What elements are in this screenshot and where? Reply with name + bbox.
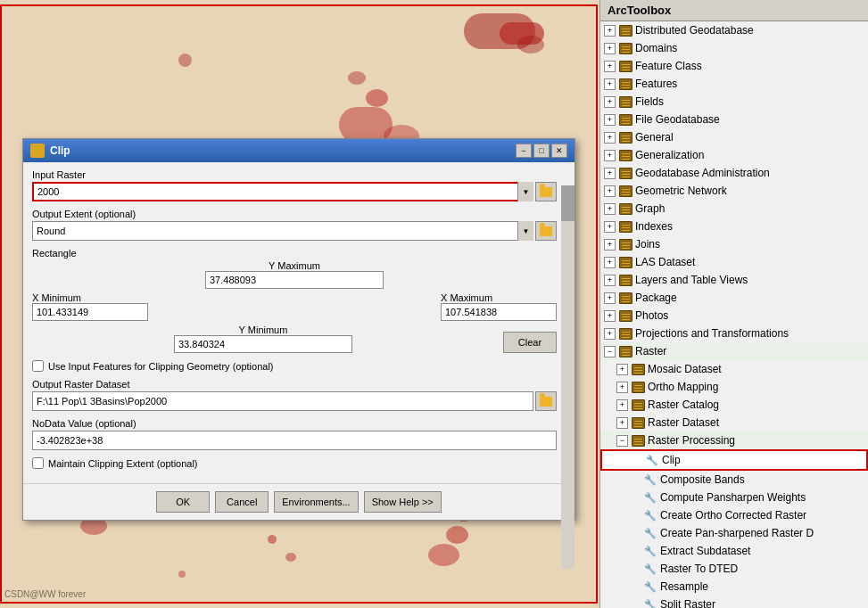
tree-item-composite-bands[interactable]: 🔧Composite Bands	[600, 471, 868, 489]
x-min-section: X Minimum	[32, 292, 148, 321]
expander-raster-catalog[interactable]: +	[616, 399, 628, 411]
tree-item-clip[interactable]: 🔧Clip	[600, 449, 868, 471]
expander-geodatabase-administration[interactable]: +	[604, 168, 616, 179]
icon-geodatabase-administration	[618, 166, 632, 180]
maintain-clipping-checkbox[interactable]	[32, 457, 44, 469]
label-resample: Resample	[660, 580, 708, 593]
y-min-input[interactable]	[174, 335, 352, 353]
expander-ortho-mapping[interactable]: +	[616, 382, 628, 393]
environments-button[interactable]: Environments...	[274, 491, 358, 513]
tree-item-generalization[interactable]: +Generalization	[600, 146, 868, 164]
clear-button[interactable]: Clear	[503, 332, 557, 353]
label-raster-catalog: Raster Catalog	[648, 398, 719, 411]
tree-item-resample[interactable]: 🔧Resample	[600, 578, 868, 596]
show-help-button[interactable]: Show Help >>	[364, 491, 442, 513]
tree-item-raster[interactable]: −Raster	[600, 342, 868, 360]
expander-layers-and-table-views[interactable]: +	[604, 275, 616, 286]
output-extent-input[interactable]	[32, 221, 533, 241]
expander-general[interactable]: +	[604, 132, 616, 144]
expander-indexes[interactable]: +	[604, 221, 616, 233]
expander-file-geodatabase[interactable]: +	[604, 114, 616, 126]
tree-item-joins[interactable]: +Joins	[600, 235, 868, 253]
cancel-button[interactable]: Cancel	[215, 491, 269, 513]
tree-item-projections-and-transformations[interactable]: +Projections and Transformations	[600, 325, 868, 342]
output-extent-combo-wrapper: ▼	[32, 221, 533, 241]
expander-projections-and-transformations[interactable]: +	[604, 328, 616, 340]
expander-photos[interactable]: +	[604, 310, 616, 322]
output-extent-dropdown-arrow[interactable]: ▼	[517, 221, 533, 241]
tree-item-extract-subdataset[interactable]: 🔧Extract Subdataset	[600, 542, 868, 560]
tree-item-general[interactable]: +General	[600, 128, 868, 146]
icon-domains	[618, 41, 632, 55]
label-composite-bands: Composite Bands	[660, 473, 745, 486]
x-max-input[interactable]	[441, 303, 557, 321]
tree-item-raster-processing[interactable]: −Raster Processing	[600, 431, 868, 449]
output-extent-group: Output Extent (optional) ▼	[32, 209, 557, 241]
expander-package[interactable]: +	[604, 292, 616, 304]
tree-item-indexes[interactable]: +Indexes	[600, 218, 868, 235]
tree-item-feature-class[interactable]: +Feature Class	[600, 57, 868, 75]
dialog-restore-button[interactable]: □	[533, 144, 550, 158]
tree-item-compute-pansharpen-weights[interactable]: 🔧Compute Pansharpen Weights	[600, 489, 868, 506]
use-input-features-row: Use Input Features for Clipping Geometry…	[32, 360, 557, 372]
dialog-scrollbar-thumb[interactable]	[561, 185, 575, 221]
expander-las-dataset[interactable]: +	[604, 257, 616, 268]
tree-item-raster-catalog[interactable]: +Raster Catalog	[600, 396, 868, 414]
tree-item-raster-dataset[interactable]: +Raster Dataset	[600, 414, 868, 431]
dialog-close-button[interactable]: ✕	[551, 144, 567, 158]
expander-raster-dataset[interactable]: +	[616, 417, 628, 429]
output-raster-folder-button[interactable]	[535, 391, 557, 411]
expander-fields[interactable]: +	[604, 96, 616, 108]
label-projections-and-transformations: Projections and Transformations	[635, 327, 789, 340]
output-raster-input[interactable]	[32, 391, 533, 411]
expander-raster-processing[interactable]: −	[616, 435, 628, 447]
expander-domains[interactable]: +	[604, 43, 616, 54]
input-raster-dropdown-arrow[interactable]: ▼	[517, 182, 533, 201]
use-input-features-checkbox[interactable]	[32, 360, 44, 372]
label-extract-subdataset: Extract Subdataset	[660, 545, 750, 557]
dialog-title-left: Clip	[30, 144, 70, 158]
tree-item-raster-to-dted[interactable]: 🔧Raster To DTED	[600, 560, 868, 578]
expander-feature-class[interactable]: +	[604, 61, 616, 72]
icon-raster-dataset	[631, 415, 645, 430]
ok-button[interactable]: OK	[156, 491, 210, 513]
y-max-input[interactable]	[205, 271, 384, 289]
dialog-scrollbar-track[interactable]	[561, 185, 575, 569]
tree-item-geodatabase-administration[interactable]: +Geodatabase Administration	[600, 164, 868, 182]
input-raster-input[interactable]	[32, 182, 533, 201]
tree-item-fields[interactable]: +Fields	[600, 93, 868, 111]
tree-item-graph[interactable]: +Graph	[600, 200, 868, 218]
tree-item-las-dataset[interactable]: +LAS Dataset	[600, 253, 868, 271]
expander-generalization[interactable]: +	[604, 150, 616, 161]
tree-item-ortho-mapping[interactable]: +Ortho Mapping	[600, 378, 868, 396]
nodata-input[interactable]	[32, 431, 557, 450]
icon-package	[618, 291, 632, 305]
tree-item-distributed-geodatabase[interactable]: +Distributed Geodatabase	[600, 21, 868, 39]
tree-item-create-ortho-corrected-raster[interactable]: 🔧Create Ortho Corrected Raster	[600, 506, 868, 524]
output-extent-folder-button[interactable]	[535, 221, 557, 241]
tree-item-domains[interactable]: +Domains	[600, 39, 868, 57]
expander-distributed-geodatabase[interactable]: +	[604, 25, 616, 37]
tree-item-features[interactable]: +Features	[600, 75, 868, 93]
tree-item-split-raster[interactable]: 🔧Split Raster	[600, 596, 868, 608]
tree-item-package[interactable]: +Package	[600, 289, 868, 307]
x-min-input[interactable]	[32, 303, 148, 321]
label-las-dataset: LAS Dataset	[635, 256, 695, 268]
tree-item-photos[interactable]: +Photos	[600, 307, 868, 325]
expander-joins[interactable]: +	[604, 239, 616, 251]
dialog-minimize-button[interactable]: −	[516, 144, 532, 158]
icon-layers-and-table-views	[618, 273, 632, 287]
expander-geometric-network[interactable]: +	[604, 185, 616, 197]
tree-item-mosaic-dataset[interactable]: +Mosaic Dataset	[600, 360, 868, 378]
x-min-label: X Minimum	[32, 292, 148, 303]
expander-features[interactable]: +	[604, 78, 616, 90]
tree-item-layers-and-table-views[interactable]: +Layers and Table Views	[600, 271, 868, 289]
expander-mosaic-dataset[interactable]: +	[616, 364, 628, 375]
tree-item-geometric-network[interactable]: +Geometric Network	[600, 182, 868, 200]
rectangle-group: Rectangle Y Maximum X Minimum X Maxi	[32, 248, 557, 353]
tree-item-file-geodatabase[interactable]: +File Geodatabase	[600, 111, 868, 128]
expander-graph[interactable]: +	[604, 203, 616, 215]
tree-item-create-pan-sharpened-raster-d[interactable]: 🔧Create Pan-sharpened Raster D	[600, 524, 868, 542]
input-raster-folder-button[interactable]	[535, 182, 557, 201]
expander-raster[interactable]: −	[604, 346, 616, 357]
